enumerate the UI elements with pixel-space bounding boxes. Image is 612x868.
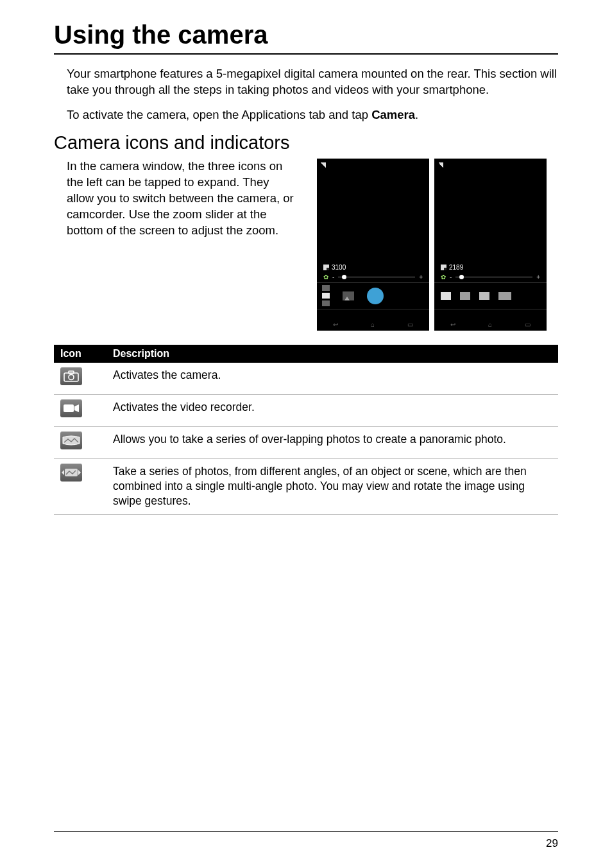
row-description: Allows you to take a series of over-lapp… bbox=[106, 426, 558, 458]
activate-suffix: . bbox=[415, 108, 418, 121]
home-button[interactable]: ⌂ bbox=[488, 321, 492, 328]
row-description: Take a series of photos, from different … bbox=[106, 458, 558, 514]
camera-toolbar bbox=[317, 283, 429, 309]
zoom-slider[interactable] bbox=[455, 277, 532, 277]
mode-switcher-expanded[interactable] bbox=[441, 292, 511, 300]
video-mode-icon bbox=[60, 399, 82, 417]
footer-rule bbox=[54, 831, 558, 832]
row-description: Activates the video recorder. bbox=[106, 394, 558, 426]
table-row: Activates the video recorder. bbox=[54, 394, 558, 426]
activate-paragraph: To activate the camera, open the Applica… bbox=[54, 107, 558, 123]
zoom-slider[interactable] bbox=[338, 277, 415, 277]
multi-angle-mode-icon bbox=[60, 464, 82, 482]
zoom-thumb-icon bbox=[459, 275, 464, 279]
zoom-plus-label: + bbox=[536, 273, 540, 281]
storage-icon bbox=[441, 265, 446, 270]
shutter-button[interactable] bbox=[367, 288, 384, 304]
gallery-button[interactable] bbox=[343, 291, 354, 300]
svg-point-2 bbox=[69, 374, 74, 379]
svg-marker-5 bbox=[62, 470, 64, 475]
camera-mode-icon[interactable] bbox=[441, 292, 451, 300]
table-row: Take a series of photos, from different … bbox=[54, 458, 558, 514]
col-header-icon: Icon bbox=[54, 345, 106, 363]
zoom-slider-row: ✿ - + bbox=[441, 273, 540, 281]
home-button[interactable]: ⌂ bbox=[371, 321, 375, 328]
video-mode-icon bbox=[322, 285, 330, 291]
intro-paragraph: Your smartphone features a 5-megapixel d… bbox=[54, 66, 558, 98]
camera-screenshot-collapsed: 3100 ✿ - + ↩ ⌂ ▭ bbox=[317, 159, 429, 331]
video-mode-icon[interactable] bbox=[460, 292, 470, 300]
camera-toolbar bbox=[434, 283, 547, 309]
svg-rect-3 bbox=[64, 404, 74, 412]
shots-remaining: 2189 bbox=[441, 264, 463, 271]
zoom-thumb-icon bbox=[342, 275, 346, 279]
svg-rect-1 bbox=[69, 371, 74, 374]
icon-description-table: Icon Description Activates the camera. A… bbox=[54, 345, 558, 515]
zoom-slider-row: ✿ - + bbox=[323, 273, 423, 281]
macro-icon: ✿ bbox=[323, 273, 328, 281]
panorama-mode-icon bbox=[60, 431, 82, 449]
multi-angle-mode-icon[interactable] bbox=[498, 292, 511, 300]
row-description: Activates the camera. bbox=[106, 363, 558, 395]
page-number: 29 bbox=[546, 837, 558, 850]
panorama-mode-icon bbox=[322, 300, 330, 306]
col-header-description: Description bbox=[106, 345, 558, 363]
signal-icon bbox=[438, 162, 443, 168]
camera-mode-icon bbox=[60, 367, 82, 385]
svg-marker-4 bbox=[74, 404, 79, 412]
activate-prefix: To activate the camera, open the Applica… bbox=[67, 108, 371, 121]
zoom-plus-label: + bbox=[419, 273, 423, 281]
system-nav: ↩ ⌂ ▭ bbox=[434, 321, 547, 328]
zoom-minus-label: - bbox=[450, 273, 452, 281]
divider bbox=[434, 309, 547, 309]
divider bbox=[317, 309, 429, 309]
macro-icon: ✿ bbox=[441, 273, 446, 281]
activate-camera-word: Camera bbox=[371, 108, 415, 121]
table-row: Activates the camera. bbox=[54, 363, 558, 395]
shots-remaining-value: 2189 bbox=[449, 264, 463, 271]
title-rule bbox=[54, 53, 558, 55]
recent-button[interactable]: ▭ bbox=[525, 321, 531, 328]
mode-switcher-collapsed[interactable] bbox=[322, 285, 330, 306]
camera-screenshot-expanded: 2189 ✿ - + ↩ ⌂ ▭ bbox=[434, 159, 547, 331]
back-button[interactable]: ↩ bbox=[450, 321, 455, 328]
section-body: In the camera window, the three icons on… bbox=[54, 159, 299, 331]
signal-icon bbox=[321, 162, 326, 168]
storage-icon bbox=[323, 265, 329, 270]
table-row: Allows you to take a series of over-lapp… bbox=[54, 426, 558, 458]
system-nav: ↩ ⌂ ▭ bbox=[317, 321, 429, 328]
svg-marker-7 bbox=[78, 470, 81, 475]
shots-remaining: 3100 bbox=[323, 264, 346, 271]
shots-remaining-value: 3100 bbox=[332, 264, 346, 271]
back-button[interactable]: ↩ bbox=[333, 321, 338, 328]
page-title: Using the camera bbox=[54, 21, 558, 49]
panorama-mode-icon[interactable] bbox=[479, 292, 489, 300]
section-title: Camera icons and indicators bbox=[54, 132, 558, 153]
zoom-minus-label: - bbox=[332, 273, 334, 281]
screenshot-group: 3100 ✿ - + ↩ ⌂ ▭ bbox=[317, 159, 547, 331]
camera-mode-icon bbox=[322, 293, 330, 299]
recent-button[interactable]: ▭ bbox=[407, 321, 413, 328]
